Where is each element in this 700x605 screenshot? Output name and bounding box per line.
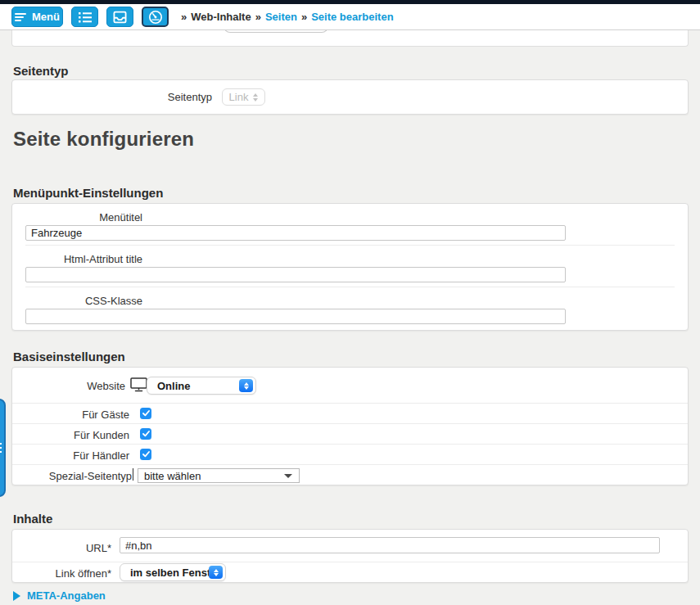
menu-button-label: Menü (32, 11, 60, 23)
meta-angaben-label: META-Angaben (27, 589, 106, 602)
spezial-seitentyp-label: Spezial-Seitentyp (12, 470, 132, 482)
fuer-gaeste-checkbox[interactable] (140, 408, 151, 419)
app-header: Menü » Web-Inhalte (0, 4, 700, 30)
website-select-value: Online (157, 380, 190, 392)
text-cursor (133, 468, 133, 481)
dashboard-button[interactable] (142, 7, 169, 27)
seitentyp-field-label: Seitentyp (12, 91, 212, 103)
check-icon (142, 431, 150, 437)
select-updown-icon (239, 379, 253, 392)
row-website: Website Online (12, 368, 688, 404)
website-select[interactable]: Online (147, 377, 256, 395)
side-panel-tab[interactable] (0, 399, 6, 497)
field-html-attribut-title: Html-Attribut title (25, 246, 675, 287)
basis-card: Website Online Für Gäste Für Kunden (11, 367, 689, 485)
gauge-icon (148, 10, 163, 25)
link-oeffnen-select[interactable]: im selben Fenster (120, 563, 226, 581)
css-klasse-label: CSS-Klasse (25, 295, 142, 307)
monitor-icon (130, 377, 147, 392)
fuer-gaeste-label: Für Gäste (12, 409, 129, 421)
fuer-kunden-label: Für Kunden (12, 429, 129, 441)
menutitel-input[interactable] (25, 225, 566, 241)
spezial-seitentyp-select-value: bitte wählen (144, 470, 201, 482)
html-attribut-title-input[interactable] (25, 267, 566, 282)
link-oeffnen-select-value: im selben Fenster (130, 567, 221, 579)
bullet-list-icon (79, 11, 92, 23)
inbox-icon (113, 11, 127, 24)
breadcrumb-link-seite-bearbeiten[interactable]: Seite bearbeiten (311, 11, 393, 23)
check-icon (142, 451, 150, 458)
meta-angaben-toggle[interactable]: META-Angaben (13, 589, 106, 602)
url-input[interactable] (120, 537, 660, 553)
hamburger-icon (15, 11, 26, 23)
field-menutitel: Menütitel (25, 204, 675, 246)
website-label: Website (12, 380, 125, 392)
dropdown-caret-icon (284, 474, 292, 478)
spezial-seitentyp-select[interactable]: bitte wählen (138, 468, 300, 483)
css-klasse-input[interactable] (25, 309, 566, 324)
fuer-kunden-checkbox[interactable] (140, 428, 151, 440)
breadcrumb-link-seiten[interactable]: Seiten (265, 11, 297, 23)
seitentyp-card: Seitentyp Link (11, 79, 689, 115)
section-title-seitentyp: Seitentyp (13, 64, 69, 78)
check-icon (142, 410, 150, 417)
breadcrumb-item-web-inhalte: Web-Inhalte (191, 11, 251, 23)
link-oeffnen-label: Link öffnen* (12, 567, 111, 580)
cms-edit-page-screen: Menü » Web-Inhalte (0, 0, 700, 605)
field-css-klasse: CSS-Klasse (25, 287, 675, 329)
html-attribut-title-label: Html-Attribut title (25, 253, 142, 265)
fuer-haendler-label: Für Händler (12, 449, 129, 462)
page-title: Seite konfigurieren (13, 128, 194, 151)
side-panel-tab-glyph (0, 451, 2, 453)
url-label: URL* (12, 542, 111, 554)
disclosure-triangle-icon (13, 591, 20, 601)
inhalte-card: URL* Link öffnen* im selben Fenster (11, 529, 689, 583)
select-updown-icon (253, 93, 258, 102)
seitentyp-select-disabled: Link (222, 88, 265, 106)
menu-button[interactable]: Menü (11, 7, 63, 27)
side-panel-tab-glyph (0, 443, 2, 445)
row-url: URL* (12, 530, 688, 562)
section-title-menupunkt: Menüpunkt-Einstellungen (13, 186, 163, 200)
breadcrumb-separator: » (181, 11, 187, 23)
select-updown-icon (209, 566, 223, 579)
row-fuer-kunden: Für Kunden (12, 424, 688, 445)
row-fuer-gaeste: Für Gäste (12, 404, 688, 424)
row-spezial-seitentyp: Spezial-Seitentyp bitte wählen (12, 465, 688, 485)
breadcrumb: » Web-Inhalte » Seiten » Seite bearbeite… (181, 11, 394, 23)
list-view-button[interactable] (71, 7, 98, 27)
seitentyp-select-value: Link (229, 91, 249, 103)
menupunkt-card: Menütitel Html-Attribut title CSS-Klasse (11, 203, 689, 331)
top-dark-bar (0, 0, 700, 4)
menutitel-label: Menütitel (25, 211, 142, 223)
fuer-haendler-checkbox[interactable] (140, 449, 151, 460)
breadcrumb-separator: » (301, 11, 307, 23)
row-fuer-haendler: Für Händler (12, 445, 688, 465)
side-panel-tab-glyph (0, 447, 2, 449)
row-link-oeffnen: Link öffnen* im selben Fenster (12, 562, 688, 583)
section-title-inhalte: Inhalte (13, 512, 52, 526)
section-title-basis: Basiseinstellungen (13, 350, 125, 363)
breadcrumb-separator: » (255, 11, 261, 23)
clipped-card-above (11, 30, 689, 47)
inbox-button[interactable] (106, 7, 133, 27)
